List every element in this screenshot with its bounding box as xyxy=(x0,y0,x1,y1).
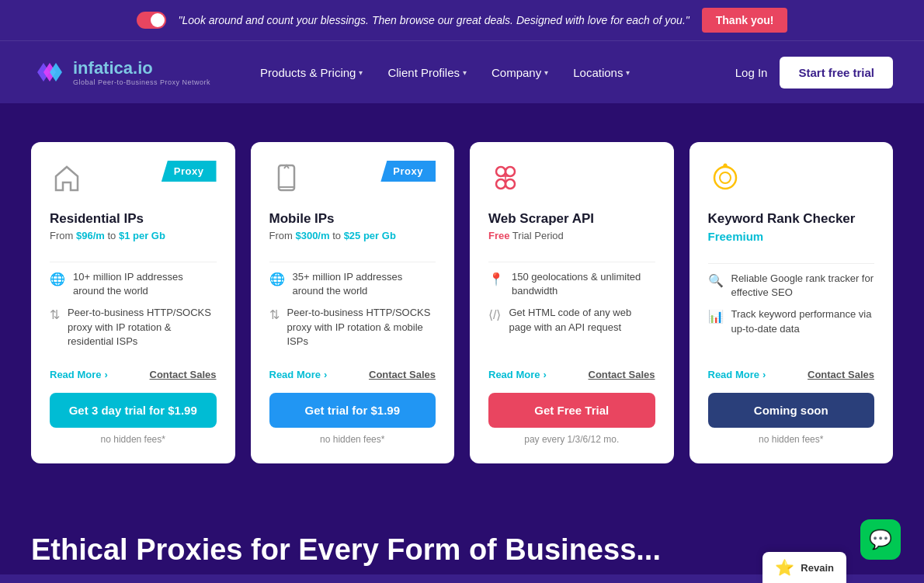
start-free-trial-button[interactable]: Start free trial xyxy=(780,57,893,88)
nav-locations[interactable]: Locations ▾ xyxy=(562,58,641,87)
feature-item: 📍 150 geolocations & unlimited bandwidth xyxy=(488,270,655,298)
chevron-down-icon: ▾ xyxy=(544,68,548,77)
trial-button-mobile[interactable]: Get trial for $1.99 xyxy=(269,393,436,428)
card-residential: Proxy Residential IPs From $96/m to $1 p… xyxy=(31,142,235,463)
nav-client-profiles[interactable]: Client Profiles ▾ xyxy=(377,58,478,87)
chevron-down-icon: ▾ xyxy=(626,68,630,77)
nav-right: Log In Start free trial xyxy=(735,57,893,88)
read-more-scraper[interactable]: Read More › xyxy=(488,369,547,380)
feature-item: 📊 Track keyword performance via up-to-da… xyxy=(708,307,875,335)
revain-widget[interactable]: ⭐ Revain xyxy=(762,552,846,574)
svg-point-14 xyxy=(723,164,727,168)
pricing-cards-grid: Proxy Residential IPs From $96/m to $1 p… xyxy=(31,142,893,463)
proxy-badge-mobile: Proxy xyxy=(380,161,436,182)
svg-point-6 xyxy=(496,167,505,176)
globe-icon: 🌐 xyxy=(269,271,285,288)
banner-toggle[interactable] xyxy=(137,12,166,29)
arrow-right-icon: › xyxy=(104,369,107,380)
card-footer-mobile: Read More › Contact Sales xyxy=(269,369,436,380)
proxy-icon: ⇅ xyxy=(269,307,280,324)
chevron-down-icon: ▾ xyxy=(359,68,363,77)
card-footer-scraper: Read More › Contact Sales xyxy=(488,369,655,380)
banner-quote: "Look around and count your blessings. T… xyxy=(179,14,690,26)
nav-company[interactable]: Company ▾ xyxy=(481,58,559,87)
read-more-mobile[interactable]: Read More › xyxy=(269,369,328,380)
card-scraper: Web Scraper API Free Trial Period 📍 150 … xyxy=(470,142,674,463)
logo[interactable]: infatica.io Global Peer-to-Business Prox… xyxy=(31,55,210,89)
card-footer-keyword: Read More › Contact Sales xyxy=(708,369,875,380)
residential-icon xyxy=(50,161,84,202)
card-note-keyword: no hidden fees* xyxy=(708,434,875,445)
contact-sales-mobile[interactable]: Contact Sales xyxy=(369,369,436,380)
chat-icon: 💬 xyxy=(869,529,892,550)
arrow-right-icon: › xyxy=(762,369,766,380)
svg-point-13 xyxy=(720,172,731,183)
logo-subtitle: Global Peer-to-Business Proxy Network xyxy=(73,78,210,86)
card-subtitle-mobile: From $300/m to $25 per Gb xyxy=(269,230,436,241)
api-icon: ⟨/⟩ xyxy=(488,307,501,324)
card-title-residential: Residential IPs xyxy=(50,211,217,227)
card-subtitle-scraper: Free Trial Period xyxy=(488,230,655,241)
feature-list-mobile: 🌐 35+ million IP addresses around the wo… xyxy=(269,270,436,356)
thank-you-button[interactable]: Thank you! xyxy=(702,8,788,33)
revain-icon: ⭐ xyxy=(775,558,794,574)
logo-text: infatica.io Global Peer-to-Business Prox… xyxy=(73,58,210,86)
scraper-icon xyxy=(488,161,523,202)
svg-point-7 xyxy=(505,167,515,176)
card-top-keyword xyxy=(708,161,875,202)
card-keyword: Keyword Rank Checker Freemium 🔍 Reliable… xyxy=(690,142,894,463)
track-icon: 📊 xyxy=(708,308,724,325)
logo-name: infatica.io xyxy=(73,58,210,78)
proxy-badge-residential: Proxy xyxy=(162,161,217,182)
card-footer-residential: Read More › Contact Sales xyxy=(50,369,217,380)
card-mobile: Proxy Mobile IPs From $300/m to $25 per … xyxy=(251,142,455,463)
globe-icon: 🌐 xyxy=(50,271,65,288)
coming-soon-button-keyword[interactable]: Coming soon xyxy=(708,393,875,428)
nav-products-pricing[interactable]: Products & Pricing ▾ xyxy=(249,58,373,87)
revain-label: Revain xyxy=(801,562,834,574)
trial-button-scraper[interactable]: Get Free Trial xyxy=(488,393,655,428)
feature-list-scraper: 📍 150 geolocations & unlimited bandwidth… xyxy=(488,270,655,342)
geo-icon: 📍 xyxy=(488,271,504,288)
card-note-scraper: pay every 1/3/6/12 mo. xyxy=(488,434,655,445)
card-top-scraper xyxy=(488,161,655,202)
svg-point-12 xyxy=(714,167,736,189)
logo-icon xyxy=(31,55,65,89)
feature-item: ⟨/⟩ Get HTML code of any web page with a… xyxy=(488,306,655,334)
arrow-right-icon: › xyxy=(543,369,546,380)
read-more-keyword[interactable]: Read More › xyxy=(708,369,766,380)
svg-point-9 xyxy=(505,179,515,189)
navbar: infatica.io Global Peer-to-Business Prox… xyxy=(0,41,924,103)
login-link[interactable]: Log In xyxy=(735,66,768,79)
svg-marker-3 xyxy=(50,63,62,82)
card-top-residential: Proxy xyxy=(50,161,217,202)
feature-item: ⇅ Peer-to-business HTTP/SOCKS proxy with… xyxy=(269,306,436,349)
nav-links: Products & Pricing ▾ Client Profiles ▾ C… xyxy=(249,58,712,87)
svg-point-8 xyxy=(496,179,505,189)
card-note-mobile: no hidden fees* xyxy=(269,434,436,445)
card-note-residential: no hidden fees* xyxy=(50,434,217,445)
feature-list-keyword: 🔍 Reliable Google rank tracker for effec… xyxy=(708,272,875,344)
contact-sales-keyword[interactable]: Contact Sales xyxy=(808,369,874,380)
seo-icon: 🔍 xyxy=(708,272,724,290)
card-title-scraper: Web Scraper API xyxy=(488,211,655,227)
card-top-mobile: Proxy xyxy=(269,161,436,202)
card-title-keyword: Keyword Rank Checker xyxy=(708,211,875,227)
top-banner: "Look around and count your blessings. T… xyxy=(0,0,924,41)
trial-button-residential[interactable]: Get 3 day trial for $1.99 xyxy=(50,393,217,428)
card-subtitle-keyword: Freemium xyxy=(708,230,875,243)
feature-item: 🌐 10+ million IP addresses around the wo… xyxy=(50,270,217,298)
arrow-right-icon: › xyxy=(324,369,327,380)
contact-sales-residential[interactable]: Contact Sales xyxy=(150,369,217,380)
keyword-icon xyxy=(708,161,742,202)
feature-item: ⇅ Peer-to-business HTTP/SOCKS proxy with… xyxy=(50,306,217,349)
main-content: Proxy Residential IPs From $96/m to $1 p… xyxy=(0,103,924,510)
contact-sales-scraper[interactable]: Contact Sales xyxy=(589,369,655,380)
feature-item: 🔍 Reliable Google rank tracker for effec… xyxy=(708,272,875,300)
chat-widget[interactable]: 💬 xyxy=(860,519,901,560)
card-title-mobile: Mobile IPs xyxy=(269,211,436,227)
chevron-down-icon: ▾ xyxy=(463,68,467,77)
feature-list-residential: 🌐 10+ million IP addresses around the wo… xyxy=(50,270,217,356)
read-more-residential[interactable]: Read More › xyxy=(50,369,108,380)
mobile-icon xyxy=(269,161,304,202)
